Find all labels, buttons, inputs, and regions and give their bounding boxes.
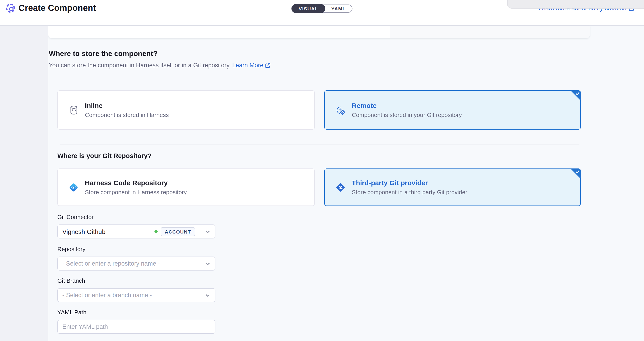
tab-yaml[interactable]: YAML [325,4,352,13]
repo-option-description: Store component in Harness repository [85,188,187,196]
yaml-path-input[interactable] [57,320,216,334]
chevron-down-icon [205,229,210,234]
repo-option-description: Store component in a third party Git pro… [352,188,468,196]
selected-corner-badge [570,168,581,179]
page-title: Create Component [18,3,96,13]
store-option-description: Component is stored in Harness [85,111,169,118]
help-panel-top-strip [390,26,590,38]
visual-yaml-toggle: VISUAL YAML [292,4,353,13]
repo-option-harness-code[interactable]: Harness Code Repository Store component … [57,168,315,206]
connector-status-dot [154,230,158,233]
git-connector-select[interactable]: Vignesh Github ACCOUNT [57,224,216,238]
git-connector-value: Vignesh Github [62,228,154,235]
selected-corner-badge [570,90,581,101]
repo-option-title: Third-party Git provider [352,179,468,187]
repository-select[interactable]: - Select or enter a repository name - [57,256,216,270]
connector-scope-badge: ACCOUNT [161,227,195,236]
inline-database-icon [69,105,78,115]
check-icon [575,91,580,96]
repo-option-third-party[interactable]: Third-party Git provider Store component… [324,168,581,206]
repository-label: Repository [57,246,85,252]
store-section-heading: Where to store the component? [49,50,158,58]
store-option-title: Remote [352,102,462,110]
git-branch-select[interactable]: - Select or enter a branch name - [57,288,216,302]
form-panel-top-strip [48,26,590,38]
check-icon [575,169,580,174]
store-section-subtitle: You can store the component in Harness i… [49,62,271,69]
learn-more-link[interactable]: Learn More [232,62,270,69]
store-option-description: Component is stored in your Git reposito… [352,111,462,118]
repository-placeholder: - Select or enter a repository name - [62,260,205,267]
git-provider-icon [336,182,346,193]
git-branch-placeholder: - Select or enter a branch name - [62,292,205,298]
notification-popover-remnant [507,0,644,8]
create-component-screen: Create Component VISUAL YAML Learn more … [0,0,644,341]
external-link-icon [265,62,271,68]
git-connector-label: Git Connector [57,214,94,220]
repo-section-heading: Where is your Git Repository? [57,152,152,160]
chevron-down-icon [205,261,210,266]
store-option-inline[interactable]: Inline Component is stored in Harness [57,90,315,130]
yaml-path-label: YAML Path [57,309,86,316]
left-background-gutter [0,26,48,341]
chevron-down-icon [205,292,210,298]
tab-visual[interactable]: VISUAL [292,4,326,13]
git-branch-label: Git Branch [57,277,85,284]
harness-code-icon [69,182,78,193]
remote-store-icon [336,104,346,116]
store-option-title: Inline [85,102,169,110]
settings-gear-icon [6,4,15,13]
repo-option-title: Harness Code Repository [85,179,187,187]
section-divider [60,144,580,145]
store-option-remote[interactable]: Remote Component is stored in your Git r… [324,90,581,130]
